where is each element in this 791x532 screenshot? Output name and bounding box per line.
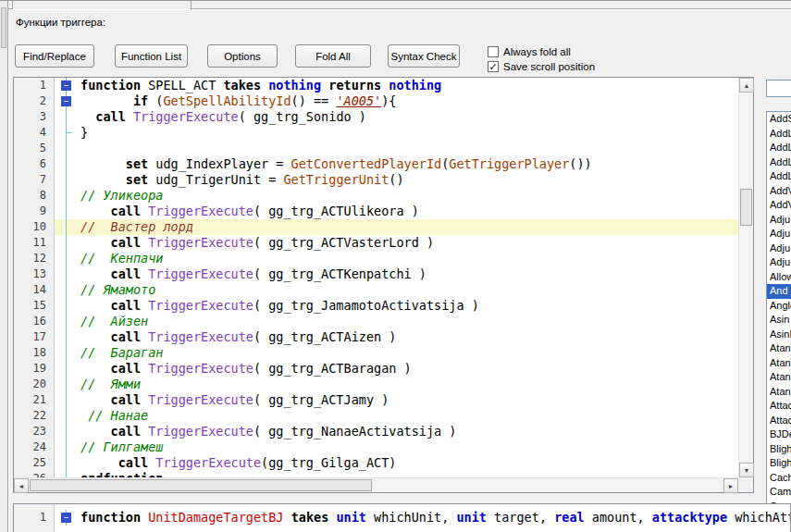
- function-list-item[interactable]: Adju: [767, 241, 791, 256]
- editor-vertical-scrollbar[interactable]: ▲ ▼: [738, 78, 753, 477]
- line-number: 25: [14, 455, 55, 471]
- function-list-item[interactable]: Atan: [767, 370, 791, 385]
- fold-margin: [55, 235, 79, 251]
- scrollbar-thumb[interactable]: [30, 479, 372, 491]
- code-line[interactable]: 20// Ямми: [14, 377, 738, 392]
- options-button[interactable]: Options: [207, 44, 278, 68]
- code-line[interactable]: 19 call TriggerExecute( gg_trg_ACTBaraga…: [14, 361, 738, 377]
- code-line[interactable]: 4}: [14, 125, 738, 141]
- code-line[interactable]: 1−function UnitDamageTargetBJ takes unit…: [14, 510, 790, 526]
- code-line[interactable]: 17 call TriggerExecute( gg_trg_ACTAizen …: [14, 329, 738, 345]
- line-number: 1: [14, 78, 55, 93]
- code-line[interactable]: 12// Кенпачи: [14, 251, 738, 266]
- function-list-item[interactable]: Atan: [767, 385, 791, 400]
- function-list-button[interactable]: Function List: [115, 44, 188, 68]
- line-number: 16: [14, 314, 55, 329]
- code-line[interactable]: 3 call TriggerExecute( gg_trg_Sonido ): [14, 109, 738, 125]
- scrollbar-thumb[interactable]: [1, 7, 6, 48]
- panel-label: Функции триггера:: [16, 17, 105, 28]
- function-list-item[interactable]: AddS: [767, 112, 791, 127]
- function-list-item[interactable]: Came: [767, 485, 791, 500]
- line-number: 8: [14, 188, 55, 204]
- always-fold-all-checkbox[interactable]: [488, 46, 499, 57]
- line-number: 17: [14, 329, 55, 345]
- function-list-item[interactable]: AddL: [767, 127, 791, 142]
- code-area[interactable]: 1−function UnitDamageTargetBJ takes unit…: [14, 504, 790, 532]
- function-list-item[interactable]: AsinE: [767, 328, 791, 342]
- code-line[interactable]: 26endfunction: [14, 471, 738, 477]
- code-line[interactable]: 10// Вастер лорд: [14, 219, 738, 235]
- function-list-item[interactable]: Adju: [767, 255, 791, 270]
- fold-all-button[interactable]: Fold All: [295, 44, 371, 68]
- code-line[interactable]: 25 call TriggerExecute(gg_trg_Gilga_ACT): [14, 455, 738, 471]
- scroll-up-icon[interactable]: ▲: [739, 78, 754, 93]
- function-filter-input[interactable]: [766, 80, 791, 97]
- code-line[interactable]: 1−function SPELL_ACT takes nothing retur…: [14, 78, 738, 93]
- function-list-item[interactable]: AddL: [767, 155, 791, 170]
- code-line[interactable]: 2− if (GetSpellAbilityId() == 'A005'){: [14, 93, 738, 109]
- code-line[interactable]: 23 call TriggerExecute( gg_trg_NanaeActi…: [14, 424, 738, 439]
- line-number: 3: [14, 109, 55, 125]
- code-line[interactable]: 13 call TriggerExecute( gg_trg_ACTKenpat…: [14, 266, 738, 282]
- code-line[interactable]: 21 call TriggerExecute( gg_trg_ACTJamy ): [14, 392, 738, 408]
- code-line[interactable]: 16// Айзен: [14, 314, 738, 329]
- outer-vertical-scrollbar[interactable]: [0, 1, 8, 532]
- secondary-code-editor: 1−function UnitDamageTargetBJ takes unit…: [13, 503, 791, 532]
- code-line[interactable]: 7 set udg_TrigerUnit = GetTriggerUnit(): [14, 172, 738, 188]
- editor-horizontal-scrollbar[interactable]: ◄ ►: [14, 477, 738, 492]
- code-line[interactable]: 18// Бараган: [14, 345, 738, 361]
- function-list-item[interactable]: Attac: [767, 399, 791, 414]
- function-list-item[interactable]: Bligh: [767, 456, 791, 471]
- fold-toggle-icon[interactable]: −: [61, 80, 71, 91]
- code-line[interactable]: 14// Ямамото: [14, 282, 738, 298]
- function-list-item[interactable]: Atan: [767, 341, 791, 356]
- function-list[interactable]: AddSAddLAddLAddLAddLAddVAddVAdjuAdjuAdju…: [766, 111, 791, 506]
- fold-margin: [55, 298, 79, 314]
- code-line[interactable]: 22 // Нанае: [14, 408, 738, 424]
- function-list-item[interactable]: And: [767, 284, 791, 299]
- code-line[interactable]: 8// Уликеора: [14, 188, 738, 204]
- function-list-item[interactable]: AddL: [767, 169, 791, 184]
- function-list-item[interactable]: AddL: [767, 141, 791, 155]
- code-line[interactable]: 11 call TriggerExecute( gg_trg_ACTVaster…: [14, 235, 738, 251]
- function-list-item[interactable]: Adju: [767, 227, 791, 241]
- scrollbar-thumb[interactable]: [740, 189, 752, 226]
- function-list-item[interactable]: Allow: [767, 270, 791, 285]
- checkbox-label: Always fold all: [503, 46, 571, 57]
- fold-toggle-icon[interactable]: −: [61, 513, 71, 523]
- line-number: 9: [14, 204, 55, 219]
- line-number: 13: [14, 266, 55, 282]
- code-text: // Кенпачи: [79, 251, 738, 266]
- function-list-item[interactable]: Adju: [767, 213, 791, 228]
- fold-margin: −: [55, 78, 79, 93]
- scroll-left-icon[interactable]: ◄: [14, 478, 29, 493]
- save-scroll-position-option: ✓ Save scroll position: [488, 60, 595, 73]
- save-scroll-position-checkbox[interactable]: ✓: [488, 61, 499, 72]
- code-area[interactable]: 1−function SPELL_ACT takes nothing retur…: [14, 78, 738, 477]
- fold-margin: [55, 329, 79, 345]
- code-line[interactable]: 15 call TriggerExecute( gg_trg_JamamotoA…: [14, 298, 738, 314]
- function-list-item[interactable]: Atan: [767, 356, 791, 371]
- scroll-right-icon[interactable]: ►: [723, 478, 738, 493]
- function-list-item[interactable]: Bligh: [767, 442, 791, 457]
- splitter-tab[interactable]: [12, 1, 192, 9]
- syntax-check-button[interactable]: Syntax Check: [388, 44, 460, 68]
- function-list-item[interactable]: Attac: [767, 414, 791, 428]
- function-list-item[interactable]: BJDe: [767, 427, 791, 442]
- fold-toggle-icon[interactable]: −: [61, 96, 71, 106]
- function-list-item[interactable]: Angle: [767, 299, 791, 314]
- function-list-item[interactable]: AddV: [767, 184, 791, 199]
- code-line[interactable]: 24// Гилгамеш: [14, 439, 738, 455]
- code-text: // Уликеора: [79, 188, 738, 204]
- function-list-item[interactable]: Cach: [767, 471, 791, 486]
- code-line[interactable]: 6 set udg_IndexPlayer = GetConvertedPlay…: [14, 156, 738, 172]
- code-text: // Вастер лорд: [79, 219, 738, 235]
- code-text: set udg_IndexPlayer = GetConvertedPlayer…: [79, 156, 738, 172]
- function-list-item[interactable]: AddV: [767, 198, 791, 213]
- function-list-item[interactable]: Asin: [767, 313, 791, 328]
- find-replace-button[interactable]: Find/Replace: [15, 44, 94, 68]
- code-line[interactable]: 5: [14, 141, 738, 156]
- scroll-down-icon[interactable]: ▼: [739, 463, 754, 477]
- code-line[interactable]: 9 call TriggerExecute( gg_trg_ACTUlikeor…: [14, 204, 738, 219]
- code-text: // Бараган: [79, 345, 738, 361]
